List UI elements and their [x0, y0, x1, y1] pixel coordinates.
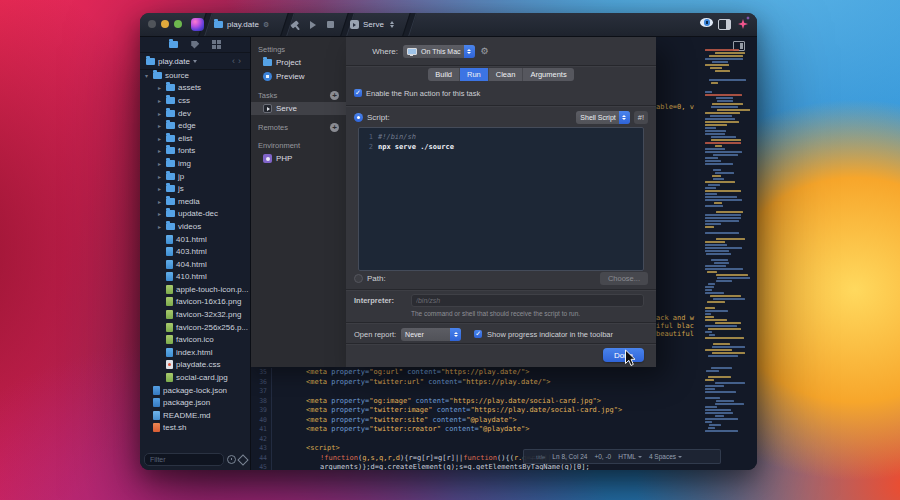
where-dropdown[interactable]: On This Mac [403, 45, 475, 58]
progress-indicator-checkbox[interactable]: ✓ [474, 330, 482, 338]
scope-icon[interactable] [237, 454, 248, 465]
script-editor[interactable]: 1 #!/bin/sh 2 npx serve ./source [358, 127, 644, 271]
minimize-button[interactable] [161, 20, 169, 28]
nav-item-preview[interactable]: Preview [251, 70, 346, 83]
tree-item-label: favicon-32x32.png [176, 310, 241, 319]
tab-build[interactable]: Build [428, 68, 460, 81]
tree-item-label: css [178, 96, 190, 105]
tab-clean[interactable]: Clean [489, 68, 524, 81]
project-switcher[interactable]: play.date ‹› [140, 53, 250, 70]
interpreter-input[interactable] [411, 294, 644, 307]
apps-tab-icon[interactable] [212, 40, 216, 44]
build-button[interactable] [290, 20, 302, 32]
sidebar-toggle-button[interactable] [718, 19, 731, 30]
disclosure-icon[interactable]: ▸ [156, 122, 163, 129]
add-button[interactable]: + [330, 123, 339, 132]
tree-item-test.sh[interactable]: test.sh [140, 422, 250, 435]
disclosure-icon[interactable]: ▸ [156, 185, 163, 192]
tree-item-favicon-32x32.png[interactable]: favicon-32x32.png [140, 308, 250, 321]
tree-item-playdate.css[interactable]: playdate.css [140, 359, 250, 372]
add-button[interactable]: + [330, 91, 339, 100]
minimap-line [710, 67, 722, 69]
tree-item-jp[interactable]: ▸jp [140, 170, 250, 183]
tree-item-source[interactable]: ▾source [140, 69, 250, 82]
status-language-menu[interactable]: HTML [618, 453, 642, 460]
nav-item-php[interactable]: PHP [251, 152, 346, 165]
filter-input[interactable] [144, 453, 224, 466]
history-arrows[interactable]: ‹› [232, 56, 244, 66]
tree-item-update-dec[interactable]: ▸update-dec [140, 208, 250, 221]
path-radio[interactable] [354, 274, 363, 283]
done-button[interactable]: Done [603, 348, 644, 362]
tree-item-css[interactable]: ▸css [140, 94, 250, 107]
gear-icon[interactable]: ⚙ [481, 47, 489, 56]
stop-button[interactable] [327, 21, 334, 28]
files-tab-icon[interactable] [169, 41, 178, 48]
run-button[interactable] [310, 21, 316, 29]
file-icon [166, 285, 173, 294]
minimap-line [705, 199, 742, 201]
script-type-dropdown[interactable]: Shell Script [576, 111, 629, 124]
tree-item-401.html[interactable]: 401.html [140, 233, 250, 246]
choose-button[interactable]: Choose... [600, 272, 648, 285]
disclosure-icon[interactable]: ▸ [156, 97, 163, 104]
tree-item-index.html[interactable]: index.html [140, 346, 250, 359]
task-tab[interactable]: Serve [350, 13, 394, 36]
tree-item-403.html[interactable]: 403.html [140, 245, 250, 258]
disclosure-icon[interactable]: ▸ [156, 160, 163, 167]
minimap-line [705, 124, 727, 126]
project-tab[interactable]: play.date ⚙ [214, 13, 269, 36]
tree-item-favicon.ico[interactable]: favicon.ico [140, 333, 250, 346]
tree-item-elist[interactable]: ▸elist [140, 132, 250, 145]
tree-item-package.json[interactable]: package.json [140, 396, 250, 409]
script-radio[interactable] [354, 113, 363, 122]
tags-tab-icon[interactable] [191, 41, 199, 49]
tree-item-img[interactable]: ▸img [140, 157, 250, 170]
tree-item-README.md[interactable]: README.md [140, 409, 250, 422]
task-stepper[interactable] [390, 21, 394, 28]
tree-item-media[interactable]: ▸media [140, 195, 250, 208]
php-icon [263, 154, 272, 163]
play-icon [310, 21, 316, 29]
tree-item-package-lock.json[interactable]: package-lock.json [140, 384, 250, 397]
tree-item-404.html[interactable]: 404.html [140, 258, 250, 271]
project-settings-icon[interactable]: ⚙ [263, 21, 269, 29]
extensions-button[interactable] [738, 19, 748, 29]
tree-item-js[interactable]: ▸js [140, 182, 250, 195]
open-report-dropdown[interactable]: Never [401, 328, 461, 341]
tree-item-dev[interactable]: ▸dev [140, 107, 250, 120]
tree-item-apple-touch-icon.p...[interactable]: apple-touch-icon.p... [140, 283, 250, 296]
nav-item-project[interactable]: Project [251, 56, 346, 69]
tree-item-410.html[interactable]: 410.html [140, 271, 250, 284]
enable-run-checkbox[interactable]: ✓ [354, 89, 362, 97]
tree-item-social-card.jpg[interactable]: social-card.jpg [140, 371, 250, 384]
tree-item-favicon-256x256.p...[interactable]: favicon-256x256.p... [140, 321, 250, 334]
tree-item-assets[interactable]: ▸assets [140, 82, 250, 95]
tab-run[interactable]: Run [460, 68, 489, 81]
nav-item-serve[interactable]: Serve [251, 102, 346, 115]
recent-icon[interactable] [227, 455, 236, 464]
disclosure-icon[interactable]: ▸ [156, 223, 163, 230]
disclosure-icon[interactable]: ▸ [156, 198, 163, 205]
preview-button[interactable] [700, 18, 713, 27]
tree-item-fonts[interactable]: ▸fonts [140, 145, 250, 158]
disclosure-icon[interactable]: ▸ [156, 173, 163, 180]
disclosure-icon[interactable]: ▾ [143, 72, 150, 79]
disclosure-icon[interactable]: ▸ [156, 84, 163, 91]
tree-item-label: fonts [178, 146, 195, 155]
minimap[interactable] [703, 49, 750, 461]
shebang-button[interactable]: #! [634, 111, 648, 124]
disclosure-icon[interactable]: ▸ [156, 210, 163, 217]
disclosure-icon[interactable]: ▸ [156, 110, 163, 117]
tree-item-videos[interactable]: ▸videos [140, 220, 250, 233]
minimap-line [705, 190, 741, 192]
disclosure-icon[interactable]: ▸ [156, 147, 163, 154]
close-button[interactable] [148, 20, 156, 28]
tree-item-edge[interactable]: ▸edge [140, 119, 250, 132]
tree-item-favicon-16x16.png[interactable]: favicon-16x16.png [140, 296, 250, 309]
file-icon [166, 235, 173, 244]
disclosure-icon[interactable]: ▸ [156, 135, 163, 142]
zoom-button[interactable] [174, 20, 182, 28]
status-indent-menu[interactable]: 4 Spaces [649, 453, 682, 460]
tab-arguments[interactable]: Arguments [523, 68, 573, 81]
